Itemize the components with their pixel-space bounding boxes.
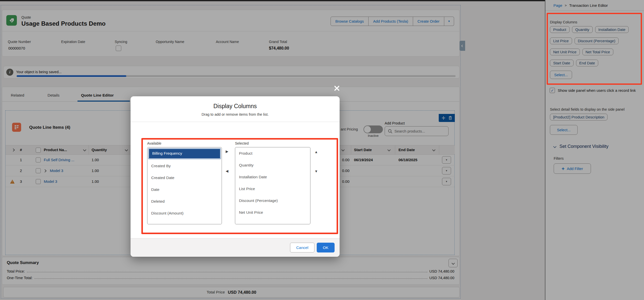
- list-option[interactable]: Created By: [147, 160, 222, 172]
- available-label: Available: [147, 141, 162, 145]
- list-option-selected[interactable]: Billing Frequency: [148, 148, 221, 159]
- move-right-arrow-button[interactable]: ▶: [226, 150, 228, 153]
- move-left-arrow-button[interactable]: ◀: [226, 169, 228, 173]
- list-option[interactable]: Created Date: [147, 172, 222, 184]
- list-option[interactable]: Product: [235, 147, 310, 159]
- list-option[interactable]: Discount (Amount): [147, 207, 222, 219]
- selected-label: Selected: [235, 141, 249, 145]
- move-down-arrow-button[interactable]: ▼: [314, 169, 318, 173]
- list-option[interactable]: List Price: [235, 183, 310, 195]
- cancel-button[interactable]: Cancel: [290, 243, 314, 252]
- modal-subtitle: Drag to add or remove items from the lis…: [131, 112, 340, 116]
- list-option[interactable]: Net Unit Price: [235, 206, 310, 218]
- list-option[interactable]: Date: [147, 184, 222, 195]
- list-option[interactable]: Deleted: [147, 195, 222, 207]
- ok-button[interactable]: OK: [317, 243, 335, 252]
- list-option[interactable]: Installation Date: [235, 171, 310, 183]
- modal-title: Display Columns: [131, 103, 340, 110]
- modal-body: Available Selected Billing Frequency Cre…: [131, 122, 340, 238]
- display-columns-modal: Display Columns Drag to add or remove it…: [131, 96, 340, 257]
- modal-footer: Cancel OK: [131, 238, 340, 257]
- app-builder-screen: Quote Usage Based Products Demo Browse C…: [0, 0, 644, 300]
- list-option[interactable]: Quantity: [235, 159, 310, 171]
- move-up-arrow-button[interactable]: ▲: [314, 150, 318, 154]
- selected-listbox: Product Quantity Installation Date List …: [235, 147, 310, 224]
- modal-header: Display Columns Drag to add or remove it…: [131, 96, 340, 122]
- modal-close-button[interactable]: [333, 84, 341, 93]
- available-listbox: Billing Frequency Created By Created Dat…: [147, 147, 222, 224]
- list-option[interactable]: Discount (Percentage): [235, 195, 310, 206]
